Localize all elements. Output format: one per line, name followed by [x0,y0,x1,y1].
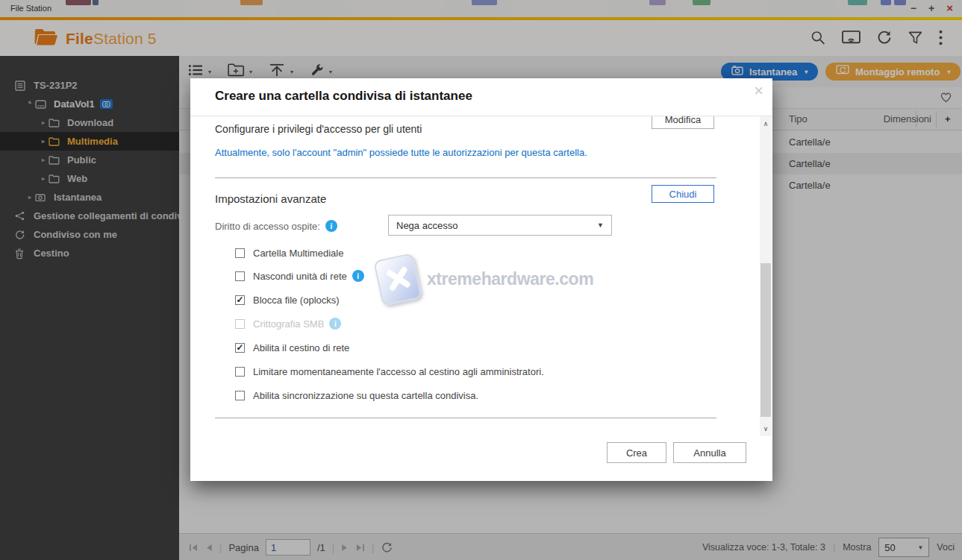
info-icon: i [329,318,341,330]
guest-access-value: Nega accesso [396,220,457,231]
info-icon[interactable]: i [352,270,364,282]
access-section-label: Configurare i privilegi d'accesso per gl… [215,123,422,135]
checkbox-row-restrict-recycle-admin: Limitare momentaneamente l'accesso al ce… [235,364,544,379]
checkbox-label: Crittografia SMB [253,318,324,330]
checkbox-row-smb-encryption: Crittografia SMB i [235,316,341,331]
file-station-window: File Station − + × FileStation 5 TS-231P… [0,0,962,560]
edit-permissions-button[interactable]: Modifica [652,116,714,129]
checkbox-row-oplocks: ✓ Blocca file (oplocks) [235,292,340,307]
checkbox [235,319,245,329]
checkbox-row-media-folder: Cartella Multimediale [235,245,343,260]
close-dialog-icon[interactable]: × [754,81,763,101]
checkbox-row-enable-sync: Abilita sincronizzazione su questa carte… [235,388,478,403]
checkbox[interactable]: ✓ [235,295,245,305]
divider [215,177,716,178]
checkbox-label: Nascondi unità di rete [253,271,347,282]
scrollbar-thumb[interactable] [760,263,771,417]
checkbox-label: Cartella Multimediale [253,248,343,259]
dialog-title: Creare una cartella condivisa di istanta… [215,89,472,104]
divider [215,418,716,418]
checkbox-label: Abilita il cestino di rete [253,342,349,353]
dialog-scroll-content: Configurare i privilegi d'accesso per gl… [190,116,759,436]
checkbox-row-hide-network-drive: Nascondi unità di rete i [235,268,364,283]
checkbox[interactable]: ✓ [235,343,245,353]
guest-access-dropdown[interactable]: Nega accesso ▼ [388,215,612,236]
close-advanced-button[interactable]: Chiudi [652,185,714,203]
checkbox-row-network-recycle-bin: ✓ Abilita il cestino di rete [235,340,349,355]
checkbox[interactable] [235,367,245,377]
guest-access-row: Diritto di accesso ospite: i [215,220,337,232]
permissions-note: Attualmente, solo l'account "admin" poss… [215,147,587,158]
scroll-down-icon[interactable]: ∨ [760,423,772,435]
cancel-button[interactable]: Annulla [673,442,746,463]
guest-access-label: Diritto di accesso ospite: [215,221,320,232]
checkbox-label: Limitare momentaneamente l'accesso al ce… [253,366,544,377]
checkbox[interactable] [235,271,245,281]
dialog-scrollbar: ∧ ∨ [760,116,772,436]
advanced-section-label: Impostazioni avanzate [215,192,326,205]
scroll-up-icon[interactable]: ∧ [760,118,772,130]
checkbox[interactable] [235,248,245,258]
chevron-down-icon: ▼ [597,221,604,229]
create-snapshot-folder-dialog: Creare una cartella condivisa di istanta… [190,78,772,481]
create-button[interactable]: Crea [607,442,666,463]
checkbox-label: Abilita sincronizzazione su questa carte… [253,390,478,401]
info-icon[interactable]: i [325,220,337,232]
checkbox[interactable] [235,391,245,400]
checkbox-label: Blocca file (oplocks) [253,295,340,306]
